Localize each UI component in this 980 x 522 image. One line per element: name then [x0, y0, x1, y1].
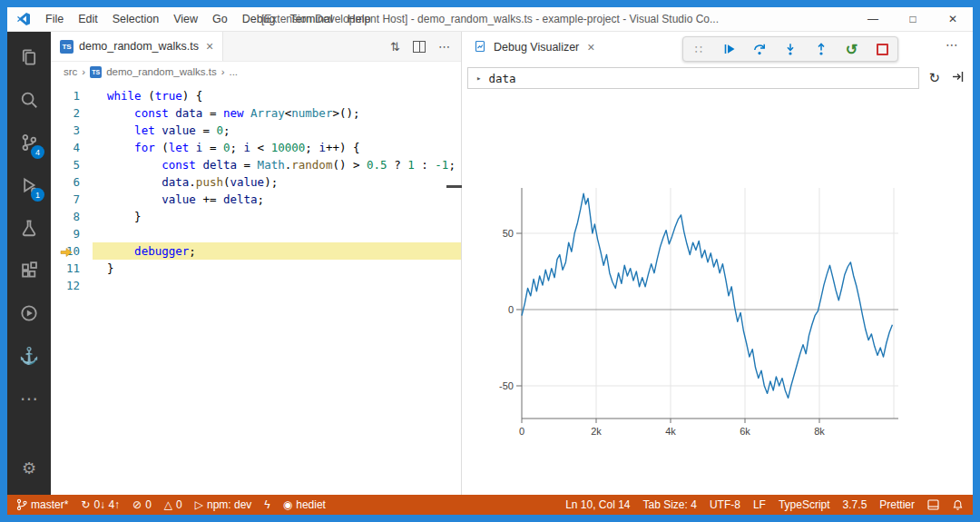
- more-icon[interactable]: ⋯: [7, 377, 51, 419]
- step-over-button[interactable]: [747, 38, 772, 60]
- line-number[interactable]: 12: [51, 277, 93, 294]
- run-circle-icon[interactable]: [7, 291, 51, 334]
- test-icon[interactable]: [7, 206, 51, 249]
- status-sync[interactable]: ↻0↓ 4↑: [81, 495, 120, 515]
- expression-input[interactable]: ▸ data: [467, 67, 919, 89]
- status-item[interactable]: Ln 10, Col 14: [565, 498, 630, 511]
- status-item[interactable]: LF: [753, 498, 766, 511]
- line-number[interactable]: 11: [51, 260, 93, 277]
- panel-tab-close-icon[interactable]: ×: [587, 40, 594, 54]
- status-error[interactable]: ⊘0: [132, 495, 152, 515]
- explorer-icon[interactable]: [7, 35, 51, 78]
- vscode-logo-icon: [16, 12, 33, 26]
- code-line: 6 data.push(value);: [51, 173, 461, 191]
- open-in-editor-icon[interactable]: [951, 70, 965, 87]
- status-item[interactable]: Tab Size: 4: [643, 498, 697, 511]
- status-right-items: Ln 10, Col 14Tab Size: 4UTF-8LFTypeScrip…: [565, 498, 915, 511]
- titlebar: FileEditSelectionViewGoDebugTerminalHelp…: [7, 7, 973, 32]
- tab-close-icon[interactable]: ×: [206, 39, 213, 54]
- svg-text:8k: 8k: [814, 426, 825, 437]
- svg-text:0: 0: [519, 426, 524, 437]
- panel-more-actions-icon[interactable]: ⋯: [946, 37, 958, 52]
- continue-button[interactable]: [717, 38, 742, 60]
- anchor-icon[interactable]: ⚓: [7, 334, 51, 377]
- status-branch[interactable]: master*: [16, 498, 68, 511]
- line-number[interactable]: 8: [51, 208, 93, 225]
- badge: 4: [31, 145, 44, 159]
- status-play[interactable]: ▷npm: dev: [195, 495, 252, 515]
- editor-layout-icon[interactable]: [927, 499, 939, 510]
- menu-edit[interactable]: Edit: [71, 8, 105, 31]
- refresh-icon[interactable]: ↻: [928, 70, 940, 86]
- code-text: data.push(value);: [93, 173, 461, 191]
- editor-group: TS demo_random_walks.ts × ⇅ ⋯ src › TS d…: [51, 32, 462, 495]
- expression-row: ▸ data ↻: [462, 63, 973, 92]
- line-number[interactable]: 9: [51, 225, 93, 242]
- status-bar: master*↻0↓ 4↑⊘0△0▷npm: devϟ◉hediet Ln 10…: [7, 495, 973, 515]
- line-number[interactable]: 3: [51, 122, 93, 139]
- breadcrumb-file[interactable]: demo_random_walks.ts: [106, 66, 216, 77]
- status-item[interactable]: 3.7.5: [843, 498, 867, 511]
- workbench: 41⚓⋯ ⚙ TS demo_random_walks.ts × ⇅ ⋯: [7, 32, 973, 495]
- line-number[interactable]: 2: [51, 104, 93, 122]
- debug-toolbar: ∷ ↺: [682, 36, 898, 62]
- source-control-icon[interactable]: 4: [7, 121, 51, 163]
- chart-line: [522, 193, 892, 398]
- minimize-button[interactable]: —: [853, 7, 893, 31]
- search-icon[interactable]: [7, 78, 51, 121]
- step-into-button[interactable]: [778, 38, 803, 60]
- settings-gear-icon[interactable]: ⚙: [7, 447, 51, 489]
- code-line: 10 debugger;: [51, 242, 461, 260]
- maximize-button[interactable]: □: [893, 7, 933, 31]
- restart-button[interactable]: ↺: [838, 38, 864, 60]
- menu-view[interactable]: View: [166, 8, 205, 31]
- code-line: 7 value += delta;: [51, 191, 461, 208]
- notifications-bell-icon[interactable]: [952, 499, 964, 511]
- breadcrumb-separator: ›: [221, 66, 225, 77]
- open-changes-icon[interactable]: ⇅: [390, 40, 400, 54]
- expand-arrow-icon[interactable]: ▸: [476, 74, 481, 83]
- split-editor-icon[interactable]: [413, 41, 426, 53]
- more-actions-icon[interactable]: ⋯: [438, 40, 450, 54]
- editor-scrollbar-mark[interactable]: [446, 185, 462, 188]
- debug-visualizer-panel: Debug Visualizer × ∷: [462, 32, 973, 495]
- code-text: [93, 225, 461, 242]
- status-item[interactable]: TypeScript: [779, 498, 830, 511]
- breadcrumb-more[interactable]: ...: [229, 66, 238, 77]
- status-zap[interactable]: ϟ: [264, 495, 270, 515]
- code-editor[interactable]: 1while (true) {2 const data = new Array<…: [51, 82, 461, 495]
- code-text: }: [93, 260, 461, 277]
- code-text: const delta = Math.random() > 0.5 ? 1 : …: [93, 156, 461, 173]
- visualizer-file-icon: [473, 39, 487, 56]
- step-out-button[interactable]: [808, 38, 834, 60]
- line-number[interactable]: 4: [51, 139, 93, 156]
- typescript-file-icon: TS: [90, 66, 102, 78]
- vscode-window: FileEditSelectionViewGoDebugTerminalHelp…: [7, 7, 973, 515]
- close-button[interactable]: ✕: [933, 7, 973, 31]
- line-number[interactable]: 1: [51, 87, 93, 104]
- line-number[interactable]: 5: [51, 156, 93, 173]
- status-account[interactable]: ◉hediet: [283, 495, 326, 515]
- menu-selection[interactable]: Selection: [105, 8, 166, 31]
- stop-button[interactable]: [869, 38, 895, 60]
- status-right: Ln 10, Col 14Tab Size: 4UTF-8LFTypeScrip…: [565, 498, 964, 511]
- status-item[interactable]: UTF-8: [710, 498, 740, 511]
- line-number[interactable]: 6: [51, 173, 93, 191]
- extensions-icon[interactable]: [7, 249, 51, 291]
- code-line: 11}: [51, 260, 461, 277]
- run-debug-icon[interactable]: 1: [7, 163, 51, 206]
- menu-file[interactable]: File: [38, 8, 71, 31]
- line-number[interactable]: 7: [51, 191, 93, 208]
- status-warning[interactable]: △0: [164, 495, 182, 515]
- svg-text:6k: 6k: [740, 426, 750, 437]
- stop-icon: [877, 44, 888, 55]
- toolbar-grip-handle[interactable]: ∷: [686, 38, 711, 60]
- editor-tabbar: TS demo_random_walks.ts × ⇅ ⋯: [51, 32, 461, 62]
- status-item[interactable]: Prettier: [879, 498, 915, 511]
- tab-demo-random-walks[interactable]: TS demo_random_walks.ts ×: [51, 32, 223, 61]
- random-walk-chart: 500-5002k4k6k8k: [495, 172, 930, 453]
- breadcrumb-folder[interactable]: src: [64, 66, 77, 77]
- code-text: for (let i = 0; i < 10000; i++) {: [93, 139, 461, 156]
- menu-go[interactable]: Go: [205, 8, 235, 31]
- tab-debug-visualizer[interactable]: Debug Visualizer ×: [462, 32, 605, 63]
